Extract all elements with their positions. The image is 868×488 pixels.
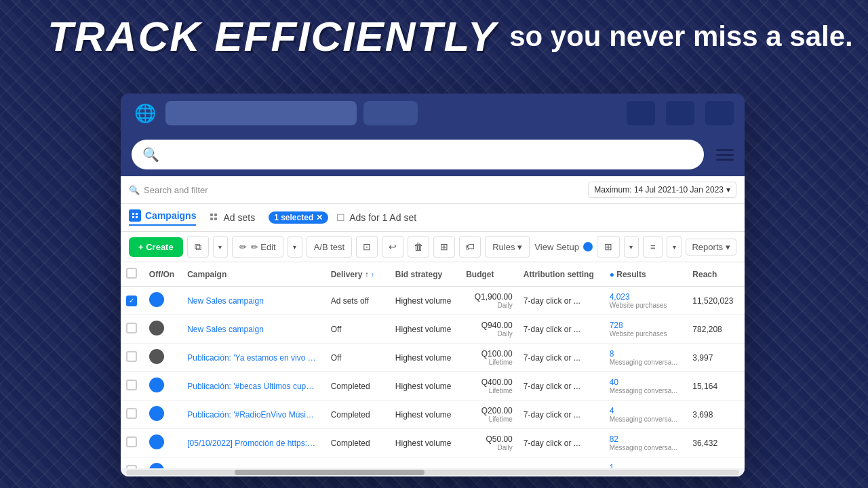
edit-dropdown[interactable]: ▾ <box>288 236 302 258</box>
row-toggle[interactable] <box>149 406 164 421</box>
delivery-status: Completed <box>331 382 370 391</box>
row-toggle-cell[interactable] <box>144 315 182 344</box>
row-checkbox[interactable] <box>126 380 137 390</box>
campaign-link[interactable]: [05/10/2022] Promoción de https://www.fa… <box>187 439 316 448</box>
row-results-cell: 8 Messaging conversa... <box>604 344 688 372</box>
col-header-attribution[interactable]: Attribution setting <box>518 262 604 287</box>
col-header-budget[interactable]: Budget <box>460 262 518 287</box>
row-toggle[interactable] <box>149 292 164 307</box>
row-checkbox[interactable] <box>126 408 137 419</box>
nav-btn-2[interactable] <box>666 101 694 125</box>
campaign-link[interactable]: New Sales campaign <box>187 325 316 334</box>
row-toggle[interactable] <box>149 434 164 449</box>
columns-button[interactable]: ⊞ <box>597 236 620 258</box>
rules-button[interactable]: Rules ▾ <box>485 236 530 258</box>
table-row[interactable]: [05/10/2022] Promoción de https://www.fa… <box>121 429 745 458</box>
col-header-delivery[interactable]: Delivery ↑ ↑ <box>326 262 390 287</box>
col-budget-label: Budget <box>466 270 494 279</box>
attribution-value: 7-day click or ... <box>524 353 580 363</box>
row-checkbox-cell[interactable] <box>121 401 144 429</box>
tab-campaigns[interactable]: Campaigns <box>129 209 196 226</box>
address-bar[interactable] <box>165 101 357 125</box>
row-toggle-cell[interactable] <box>144 287 182 315</box>
row-checkbox[interactable]: ✓ <box>126 296 137 306</box>
main-search-box[interactable]: 🔍 <box>132 140 704 169</box>
col-header-bid[interactable]: Bid strategy <box>390 262 460 287</box>
table-row[interactable]: Publicación: '#RadioEnVivo Música y Depo… <box>121 401 745 429</box>
more-button[interactable]: ⊞ <box>433 236 455 258</box>
row-toggle-cell[interactable] <box>144 372 182 401</box>
row-checkbox[interactable] <box>126 323 137 333</box>
archive-button[interactable]: ⊡ <box>356 236 378 258</box>
col-header-campaign[interactable]: Campaign <box>182 262 325 287</box>
row-checkbox-cell[interactable] <box>121 458 144 469</box>
row-toggle[interactable] <box>149 349 164 364</box>
row-checkbox-cell[interactable] <box>121 344 144 372</box>
col-header-onoff[interactable]: Off/On <box>144 262 182 287</box>
reach-value: 3,698 <box>692 410 713 420</box>
tag-button[interactable]: 🏷 <box>459 236 481 258</box>
table-row[interactable]: Publicación: '#becas Últimos cupos dispo… <box>121 372 745 401</box>
row-budget-cell: Q400.00 Lifetime <box>460 372 518 401</box>
date-range-selector[interactable]: Maximum: 14 Jul 2021-10 Jan 2023 ▾ <box>588 182 736 198</box>
row-toggle[interactable] <box>149 321 164 336</box>
row-bid-cell: Highest volume <box>390 315 460 344</box>
table-row[interactable]: Publicación: 'Ya estamos en vivo en ' Of… <box>121 344 745 372</box>
row-toggle-cell[interactable] <box>144 429 182 458</box>
duplicate-button[interactable]: ⧉ <box>187 236 209 258</box>
row-toggle[interactable] <box>149 378 164 392</box>
scrollbar-thumb[interactable] <box>235 470 425 475</box>
row-attribution-cell: 7-day click or ... <box>518 458 604 469</box>
campaign-link[interactable]: Publicación: 'Ya estamos en vivo en ' <box>187 353 316 363</box>
table-row[interactable]: Publicación: '#Pezzarossi 'El Rolo' afic… <box>121 458 745 469</box>
row-toggle-cell[interactable] <box>144 401 182 429</box>
view-setup-toggle[interactable] <box>583 242 593 251</box>
table-row[interactable]: ✓ New Sales campaign Ad sets off Highest… <box>121 287 745 315</box>
tab-button[interactable] <box>363 101 418 125</box>
hamburger-menu-icon[interactable] <box>716 149 734 161</box>
campaign-link[interactable]: Publicación: '#becas Últimos cupos dispo… <box>187 382 316 391</box>
row-checkbox-cell[interactable] <box>121 315 144 344</box>
edit-button[interactable]: ✏ ✏ Edit <box>232 236 283 258</box>
campaign-link[interactable]: Publicación: '#RadioEnVivo Música y Depo… <box>187 410 316 420</box>
tab-ads-for-set[interactable]: ☐ Ads for 1 Ad set <box>336 212 416 223</box>
row-checkbox-cell[interactable] <box>121 429 144 458</box>
campaigns-icon <box>129 209 141 222</box>
row-checkbox[interactable] <box>126 351 137 362</box>
delete-button[interactable]: 🗑 <box>408 236 429 258</box>
col-header-reach[interactable]: Reach <box>687 262 745 287</box>
row-campaign-cell: New Sales campaign <box>182 315 325 344</box>
col-header-results[interactable]: ● Results <box>604 262 688 287</box>
row-results-cell: 728 Website purchases <box>604 315 688 344</box>
row-checkbox[interactable] <box>126 436 137 447</box>
horizontal-scrollbar[interactable] <box>121 468 745 476</box>
table-row[interactable]: New Sales campaign Off Highest volume Q9… <box>121 315 745 344</box>
columns-dropdown[interactable]: ▾ <box>624 236 639 258</box>
search-filter[interactable]: 🔍 Search and filter <box>129 185 208 195</box>
select-all-checkbox[interactable] <box>126 268 137 279</box>
row-checkbox-cell[interactable] <box>121 372 144 401</box>
breakdown-dropdown[interactable]: ▾ <box>667 236 682 258</box>
row-toggle-cell[interactable] <box>144 458 182 469</box>
breakdown-button[interactable]: ≡ <box>643 236 663 258</box>
row-toggle-cell[interactable] <box>144 344 182 372</box>
ad-sets-icon <box>210 213 219 222</box>
campaign-link[interactable]: New Sales campaign <box>187 296 316 306</box>
nav-btn-3[interactable] <box>705 101 734 125</box>
results-sub: Messaging conversa... <box>610 444 682 451</box>
ab-test-button[interactable]: A/B test <box>307 236 353 258</box>
row-toggle[interactable] <box>149 463 164 468</box>
selected-badge-close[interactable]: ✕ <box>316 213 323 222</box>
row-checkbox-cell[interactable]: ✓ <box>121 287 144 315</box>
ads-for-label: Ads for 1 Ad set <box>349 212 416 223</box>
reports-button[interactable]: Reports ▾ <box>686 239 736 256</box>
row-results-cell: 1 Messaging conversa... <box>604 458 688 469</box>
duplicate-dropdown[interactable]: ▾ <box>213 236 228 258</box>
row-results-cell: 40 Messaging conversa... <box>604 372 688 401</box>
results-sub: Messaging conversa... <box>610 387 682 394</box>
create-button[interactable]: + Create <box>129 237 183 257</box>
tab-ad-sets[interactable]: Ad sets <box>204 212 260 223</box>
selected-badge[interactable]: 1 selected ✕ <box>269 211 328 224</box>
nav-btn-1[interactable] <box>627 101 655 125</box>
undo-button[interactable]: ↩ <box>382 236 403 258</box>
